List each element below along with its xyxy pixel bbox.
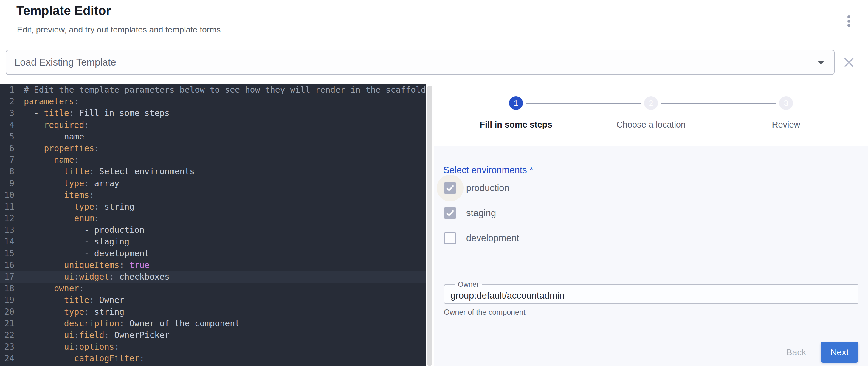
close-icon[interactable] <box>843 56 855 68</box>
environments-label: Select environments * <box>443 165 533 176</box>
checkbox-production[interactable]: production <box>444 179 509 197</box>
code-text: uniqueItems: true <box>24 259 149 271</box>
form-panel: Select environments * productionstagingd… <box>434 146 868 366</box>
code-line[interactable]: 23 ui:options: <box>0 341 426 353</box>
kebab-menu-icon <box>847 16 850 27</box>
line-number: 22 <box>0 329 14 341</box>
code-line[interactable]: 17 ui:widget: checkboxes <box>0 271 426 282</box>
owner-label: Owner <box>455 280 482 288</box>
step-label: Review <box>717 120 855 130</box>
code-editor[interactable]: 1# Edit the template parameters below to… <box>0 84 426 366</box>
code-text: type: string <box>24 306 124 318</box>
line-number: 21 <box>0 318 14 329</box>
checkbox-staging[interactable]: staging <box>444 204 496 222</box>
step-connector <box>661 103 776 104</box>
step-3: 3Review <box>741 84 831 146</box>
line-number: 17 <box>0 271 14 282</box>
code-text: - name <box>24 131 84 143</box>
step-label: Fill in some steps <box>447 120 585 130</box>
code-line[interactable]: 21 description: Owner of the component <box>0 318 426 329</box>
code-line[interactable]: 15 - development <box>0 248 426 259</box>
step-label: Choose a location <box>583 120 719 130</box>
editor-scrollbar-thumb[interactable] <box>427 86 432 366</box>
code-line[interactable]: 1# Edit the template parameters below to… <box>0 84 426 96</box>
header-divider <box>0 42 868 42</box>
code-line[interactable]: 19 title: Owner <box>0 294 426 306</box>
line-number: 13 <box>0 224 14 236</box>
code-text: parameters: <box>24 96 79 107</box>
line-number: 14 <box>0 236 14 247</box>
line-number: 7 <box>0 154 14 166</box>
code-line[interactable]: 7 name: <box>0 154 426 166</box>
line-number: 20 <box>0 306 14 318</box>
code-line[interactable]: 10 items: <box>0 189 426 201</box>
back-button[interactable]: Back <box>778 342 815 363</box>
code-text: - development <box>24 248 149 259</box>
checkbox-icon <box>444 207 456 219</box>
step-2: 2Choose a location <box>606 84 696 146</box>
code-text: ui:field: OwnerPicker <box>24 329 169 341</box>
checkbox-icon <box>444 232 456 244</box>
line-number: 18 <box>0 282 14 294</box>
checkbox-label: production <box>466 183 509 193</box>
code-line[interactable]: 4 required: <box>0 119 426 131</box>
code-line[interactable]: 24 catalogFilter: <box>0 353 426 364</box>
checkbox-development[interactable]: development <box>444 229 519 247</box>
step-indicator: 3 <box>779 96 793 110</box>
code-text: title: Select environments <box>24 166 195 177</box>
step-1: 1Fill in some steps <box>471 84 561 146</box>
load-template-placeholder: Load Existing Template <box>14 57 116 68</box>
owner-input[interactable] <box>451 289 844 302</box>
code-line[interactable]: 16 uniqueItems: true <box>0 259 426 271</box>
line-number: 10 <box>0 189 14 201</box>
code-line[interactable]: 12 enum: <box>0 213 426 224</box>
line-number: 24 <box>0 353 14 364</box>
chevron-down-icon <box>817 61 825 65</box>
code-text: type: string <box>24 201 134 213</box>
checkbox-label: development <box>466 233 519 244</box>
line-number: 12 <box>0 213 14 224</box>
line-number: 3 <box>0 107 14 119</box>
code-line[interactable]: 3 - title: Fill in some steps <box>0 107 426 119</box>
step-connector <box>526 103 641 104</box>
code-text: ui:options: <box>24 341 119 353</box>
line-number: 16 <box>0 259 14 271</box>
checkbox-label: staging <box>466 208 496 218</box>
code-text: owner: <box>24 282 84 294</box>
page-title: Template Editor <box>17 4 111 18</box>
code-line[interactable]: 18 owner: <box>0 282 426 294</box>
code-text: catalogFilter: <box>24 353 145 364</box>
code-text: - staging <box>24 236 129 247</box>
code-text: - production <box>24 224 145 236</box>
line-number: 11 <box>0 201 14 213</box>
load-template-select[interactable]: Load Existing Template <box>6 50 835 75</box>
code-line[interactable]: 2parameters: <box>0 96 426 107</box>
code-text: properties: <box>24 143 99 154</box>
line-number: 5 <box>0 131 14 143</box>
line-number: 1 <box>0 84 14 96</box>
line-number: 4 <box>0 119 14 131</box>
line-number: 23 <box>0 341 14 353</box>
editor-scrollbar[interactable] <box>427 84 432 366</box>
code-line[interactable]: 14 - staging <box>0 236 426 247</box>
code-line[interactable]: 13 - production <box>0 224 426 236</box>
line-number: 6 <box>0 143 14 154</box>
checkbox-icon <box>444 182 456 194</box>
code-line[interactable]: 22 ui:field: OwnerPicker <box>0 329 426 341</box>
code-text: description: Owner of the component <box>24 318 240 329</box>
code-line[interactable]: 20 type: string <box>0 306 426 318</box>
next-button[interactable]: Next <box>820 342 859 363</box>
code-line[interactable]: 5 - name <box>0 131 426 143</box>
page-subtitle: Edit, preview, and try out templates and… <box>17 25 221 35</box>
code-line[interactable]: 8 title: Select environments <box>0 166 426 177</box>
more-options-button[interactable] <box>842 11 856 31</box>
step-indicator: 1 <box>509 96 523 110</box>
code-text: type: array <box>24 178 119 189</box>
code-text: ui:widget: checkboxes <box>24 271 169 282</box>
code-line[interactable]: 11 type: string <box>0 201 426 213</box>
code-text: items: <box>24 189 94 201</box>
code-line[interactable]: 6 properties: <box>0 143 426 154</box>
code-line[interactable]: 9 type: array <box>0 178 426 189</box>
step-indicator: 2 <box>644 96 658 110</box>
line-number: 19 <box>0 294 14 306</box>
